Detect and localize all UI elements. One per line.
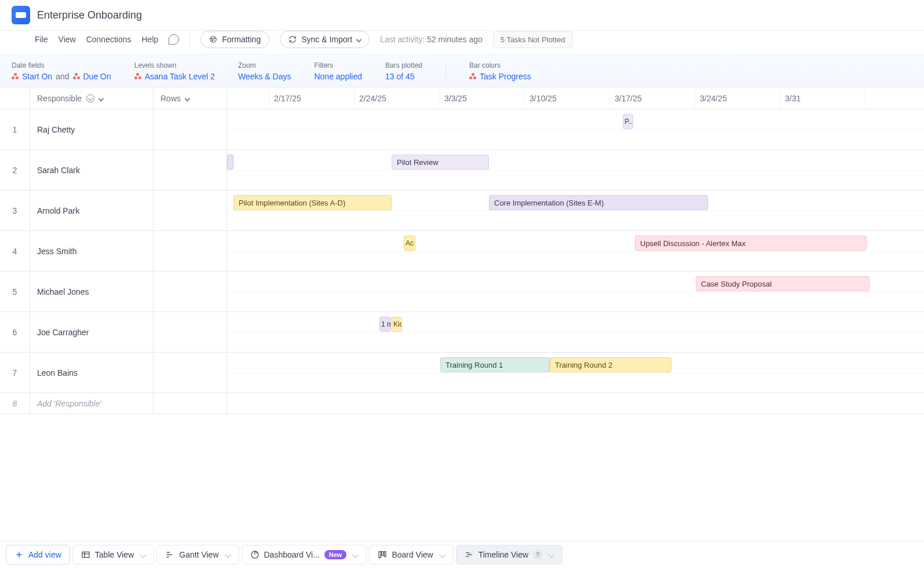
timeline-row[interactable]: Case Study Proposal bbox=[227, 272, 924, 312]
palette-icon bbox=[209, 35, 217, 43]
tab-timeline[interactable]: Timeline View ? bbox=[456, 545, 563, 565]
chevron-down-icon bbox=[356, 36, 362, 42]
header-rows[interactable]: Rows bbox=[154, 88, 227, 109]
menu-help[interactable]: Help bbox=[141, 35, 158, 44]
person-name[interactable]: Raj Chetty bbox=[30, 109, 154, 150]
grid-wrapper[interactable]: Responsible Rows 2/17/25 2/24/25 3/3/25 … bbox=[0, 88, 924, 541]
table-icon bbox=[81, 550, 90, 559]
chat-icon[interactable] bbox=[169, 34, 179, 45]
task-bar[interactable]: Core Implementation (Sites E-M) bbox=[489, 195, 708, 210]
menu-file[interactable]: File bbox=[35, 35, 48, 44]
rows-cell[interactable] bbox=[154, 231, 227, 272]
controls-strip: Date fields Start On and Due On Levels s… bbox=[0, 54, 924, 88]
chevron-down-icon[interactable] bbox=[439, 551, 445, 558]
menu-connections[interactable]: Connections bbox=[86, 35, 132, 44]
add-view-label: Add view bbox=[28, 550, 61, 559]
task-bar[interactable] bbox=[227, 155, 233, 170]
divider bbox=[189, 32, 190, 46]
ctrl-label: Filters bbox=[314, 61, 362, 69]
rows-cell[interactable] bbox=[154, 272, 227, 312]
rows-cell[interactable] bbox=[154, 150, 227, 190]
chevron-down-icon[interactable] bbox=[353, 551, 359, 558]
gantt-grid: Responsible Rows 2/17/25 2/24/25 3/3/25 … bbox=[0, 88, 924, 414]
ctrl-bars[interactable]: Bars plotted 13 of 45 bbox=[385, 61, 422, 81]
timeline-row[interactable]: Pilot Review bbox=[227, 150, 924, 190]
svg-point-1 bbox=[211, 38, 213, 39]
ctrl-label: Zoom bbox=[238, 61, 291, 69]
tab-dashboard[interactable]: Dashboard Vi... New bbox=[242, 545, 367, 565]
bars-value: 13 of 45 bbox=[385, 72, 422, 81]
and-text: and bbox=[56, 72, 69, 81]
task-bar[interactable]: Kic bbox=[392, 317, 402, 332]
timeline-row[interactable] bbox=[227, 393, 924, 414]
view-tabs: Add view Table View Gantt View Dashboard… bbox=[0, 541, 924, 568]
person-name[interactable]: Michael Jones bbox=[30, 272, 154, 312]
main-area: Responsible Rows 2/17/25 2/24/25 3/3/25 … bbox=[0, 88, 924, 541]
ctrl-date-fields[interactable]: Date fields Start On and Due On bbox=[12, 61, 111, 81]
timeline-row[interactable]: Training Round 1 Training Round 2 bbox=[227, 353, 924, 393]
chevron-down-icon[interactable] bbox=[225, 551, 231, 558]
date-col: 3/31 bbox=[780, 88, 865, 109]
rows-cell[interactable] bbox=[154, 190, 227, 231]
chevron-down-icon[interactable] bbox=[140, 551, 147, 558]
app-logo bbox=[12, 6, 30, 24]
task-bar[interactable]: Upsell Discussion - Alertex Max bbox=[635, 236, 867, 251]
row-num: 6 bbox=[0, 312, 30, 353]
activity-label: Last activity: bbox=[380, 35, 425, 44]
tab-board[interactable]: Board View bbox=[369, 545, 453, 565]
chevron-down-icon[interactable] bbox=[548, 551, 554, 558]
help-icon[interactable]: ? bbox=[533, 550, 542, 559]
sort-icon[interactable] bbox=[86, 94, 94, 102]
ctrl-colors[interactable]: Bar colors Task Progress bbox=[469, 61, 531, 81]
task-bar[interactable]: P... bbox=[623, 114, 633, 129]
formatting-button[interactable]: Formatting bbox=[200, 31, 269, 48]
task-bar[interactable]: Pilot Implementation (Sites A-D) bbox=[233, 195, 392, 210]
timeline-row[interactable]: Pilot Implementation (Sites A-D) Core Im… bbox=[227, 190, 924, 231]
date-col: 3/10/25 bbox=[525, 88, 610, 109]
timeline-icon bbox=[465, 550, 474, 559]
timeline-row[interactable]: 1 m Kic bbox=[227, 312, 924, 353]
person-name[interactable]: Leon Bains bbox=[30, 353, 154, 393]
col-rows: Rows bbox=[160, 94, 181, 103]
task-bar[interactable]: 1 m bbox=[379, 317, 391, 332]
asana-icon bbox=[134, 73, 141, 80]
tab-table[interactable]: Table View bbox=[72, 545, 154, 565]
ctrl-zoom[interactable]: Zoom Weeks & Days bbox=[238, 61, 291, 81]
person-name[interactable]: Joe Carragher bbox=[30, 312, 154, 353]
ctrl-levels[interactable]: Levels shown Asana Task Level 2 bbox=[134, 61, 215, 81]
rows-cell[interactable] bbox=[154, 312, 227, 353]
timeline-row[interactable]: P... bbox=[227, 109, 924, 150]
task-bar[interactable]: Training Round 1 bbox=[440, 357, 550, 372]
add-view-button[interactable]: Add view bbox=[6, 545, 70, 565]
task-bar[interactable]: Pilot Review bbox=[392, 155, 489, 170]
rows-cell[interactable] bbox=[154, 393, 227, 414]
dashboard-icon bbox=[250, 550, 260, 559]
person-name[interactable]: Arnold Park bbox=[30, 190, 154, 231]
ctrl-label: Bar colors bbox=[469, 61, 531, 69]
task-bar[interactable]: Training Round 2 bbox=[550, 357, 671, 372]
tab-gantt[interactable]: Gantt View bbox=[156, 545, 239, 565]
ctrl-filters[interactable]: Filters None applied bbox=[314, 61, 362, 81]
timeline-row[interactable]: Ac Upsell Discussion - Alertex Max bbox=[227, 231, 924, 272]
row-num: 1 bbox=[0, 109, 30, 150]
menu-view[interactable]: View bbox=[59, 35, 76, 44]
not-plotted-pill[interactable]: 5 Tasks Not Plotted bbox=[493, 31, 573, 48]
chevron-down-icon[interactable] bbox=[185, 96, 191, 101]
svg-rect-6 bbox=[379, 552, 381, 558]
svg-rect-7 bbox=[382, 552, 384, 556]
person-name[interactable]: Jess Smith bbox=[30, 231, 154, 272]
task-bar[interactable]: Ac bbox=[404, 236, 415, 251]
sync-button[interactable]: Sync & Import bbox=[280, 31, 370, 48]
header-responsible[interactable]: Responsible bbox=[30, 88, 154, 109]
rows-cell[interactable] bbox=[154, 353, 227, 393]
person-name[interactable]: Sarah Clark bbox=[30, 150, 154, 190]
due-on: Due On bbox=[83, 72, 111, 81]
rows-cell[interactable] bbox=[154, 109, 227, 150]
activity-time: 52 minutes ago bbox=[427, 35, 483, 44]
row-num: 3 bbox=[0, 190, 30, 231]
tab-label: Dashboard Vi... bbox=[264, 550, 320, 559]
add-responsible[interactable]: Add 'Responsible' bbox=[30, 393, 154, 414]
task-bar[interactable]: Case Study Proposal bbox=[696, 276, 870, 291]
chevron-down-icon[interactable] bbox=[98, 96, 104, 101]
timeline-header: 2/17/25 2/24/25 3/3/25 3/10/25 3/17/25 3… bbox=[227, 88, 924, 109]
